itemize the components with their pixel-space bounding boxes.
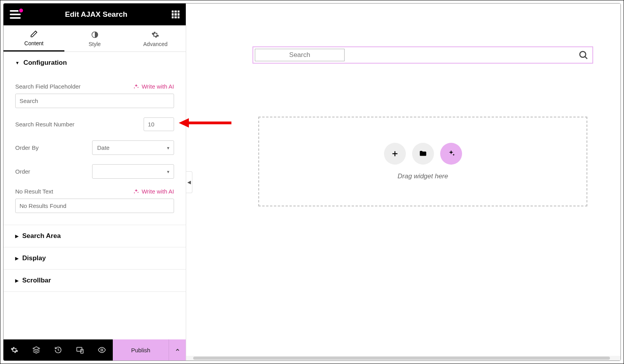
result-number-input[interactable] (144, 117, 174, 131)
panel-content: ▼ Configuration Search Field Placeholder… (4, 52, 186, 339)
history-icon (54, 346, 62, 354)
section-scrollbar: ▶ Scrollbar (4, 270, 186, 292)
section-title-search-area: Search Area (22, 232, 61, 240)
annotation-arrow (179, 117, 233, 131)
section-header-scrollbar[interactable]: ▶ Scrollbar (4, 270, 186, 291)
sparkle-icon (447, 149, 455, 158)
sparkle-icon (133, 83, 139, 90)
layers-icon (32, 346, 40, 354)
preview-button[interactable] (91, 339, 113, 360)
label-result-number: Search Result Number (15, 121, 75, 128)
panel-title: Edit AJAX Search (65, 10, 128, 19)
section-header-configuration[interactable]: ▼ Configuration (4, 52, 186, 74)
label-placeholder: Search Field Placeholder (15, 83, 81, 90)
publish-options-button[interactable] (169, 339, 186, 360)
settings-button[interactable] (4, 339, 25, 360)
section-display: ▶ Display (4, 247, 186, 270)
plus-icon (391, 149, 399, 158)
sparkle-icon (133, 188, 139, 195)
contrast-icon (91, 31, 99, 39)
horizontal-scrollbar[interactable] (186, 356, 620, 360)
search-placeholder-input[interactable] (15, 94, 174, 108)
tab-content[interactable]: Content (4, 25, 64, 51)
history-button[interactable] (47, 339, 69, 360)
label-order: Order (15, 168, 30, 175)
order-select[interactable] (92, 164, 174, 179)
widgets-grid-button[interactable] (172, 11, 180, 18)
order-by-select[interactable]: Date (92, 140, 174, 155)
gear-icon (151, 31, 159, 39)
gear-icon (11, 346, 18, 354)
chevron-up-icon (175, 347, 180, 353)
add-widget-button[interactable] (384, 143, 406, 165)
svg-marker-1 (33, 347, 40, 350)
svg-point-5 (580, 51, 586, 57)
label-order-by: Order By (15, 144, 39, 151)
pencil-icon (30, 30, 38, 38)
no-result-input[interactable] (15, 199, 174, 213)
search-input[interactable] (255, 49, 345, 61)
section-search-area: ▶ Search Area (4, 225, 186, 247)
svg-marker-10 (179, 118, 189, 128)
editor-tabs: Content Style Advanced (4, 25, 186, 52)
folder-icon (419, 149, 427, 158)
svg-line-6 (585, 57, 587, 59)
drop-zone[interactable]: Drag widget here (258, 117, 587, 206)
publish-button[interactable]: Publish (113, 339, 169, 360)
write-with-ai-link-1[interactable]: Write with AI (133, 83, 174, 90)
caret-right-icon: ▶ (15, 234, 18, 239)
tab-style[interactable]: Style (64, 25, 125, 51)
label-no-result: No Result Text (15, 188, 53, 195)
responsive-button[interactable] (69, 339, 91, 360)
ai-generate-button[interactable] (440, 143, 462, 165)
section-header-search-area[interactable]: ▶ Search Area (4, 225, 186, 247)
tab-advanced-label: Advanced (143, 41, 167, 47)
section-header-display[interactable]: ▶ Display (4, 247, 186, 269)
notification-dot-icon (18, 8, 24, 13)
caret-right-icon: ▶ (15, 256, 18, 261)
collapse-sidebar-button[interactable]: ◀ (186, 171, 192, 193)
chevron-left-icon: ◀ (187, 179, 191, 185)
sidebar-footer: Publish (4, 339, 186, 360)
devices-icon (76, 346, 84, 354)
section-configuration: ▼ Configuration Search Field Placeholder… (4, 52, 186, 225)
caret-right-icon: ▶ (15, 278, 18, 283)
drop-zone-text: Drag widget here (398, 172, 448, 180)
add-template-button[interactable] (412, 143, 434, 165)
caret-down-icon: ▼ (15, 60, 20, 65)
editor-sidebar: Edit AJAX Search Content Style Advanced (4, 4, 186, 360)
eye-icon (98, 346, 106, 354)
search-icon[interactable] (578, 50, 588, 60)
tab-advanced[interactable]: Advanced (125, 25, 186, 51)
menu-button[interactable] (10, 10, 21, 19)
svg-point-4 (101, 349, 103, 351)
sidebar-header: Edit AJAX Search (4, 4, 186, 25)
tab-content-label: Content (24, 40, 43, 46)
section-title-configuration: Configuration (23, 59, 67, 67)
section-title-scrollbar: Scrollbar (22, 277, 51, 284)
tab-style-label: Style (89, 41, 101, 47)
navigator-button[interactable] (25, 339, 47, 360)
editor-canvas: Drag widget here (186, 4, 620, 360)
section-title-display: Display (22, 254, 46, 262)
scrollbar-thumb[interactable] (193, 357, 610, 360)
ajax-search-widget[interactable] (252, 46, 593, 64)
write-with-ai-link-2[interactable]: Write with AI (133, 188, 174, 195)
